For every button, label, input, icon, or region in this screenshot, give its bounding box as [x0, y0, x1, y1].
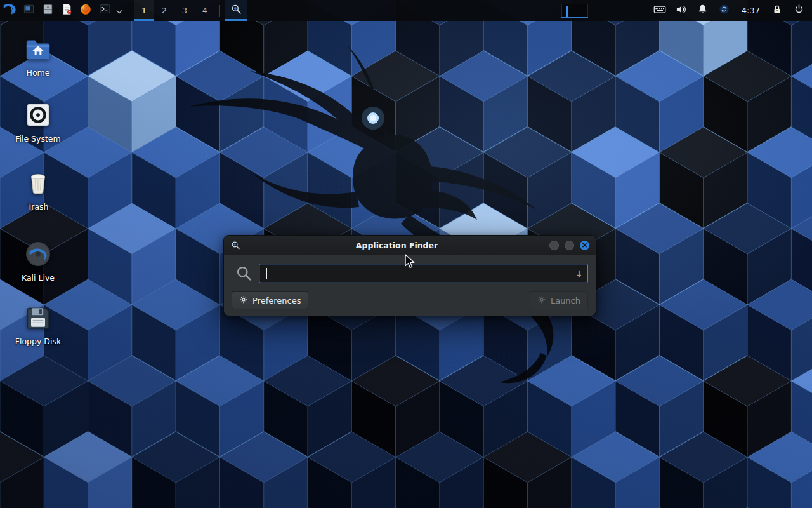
workspace-button-3[interactable]: 3 — [174, 0, 195, 21]
window-icon — [23, 3, 35, 18]
top-panel: 1 2 3 4 — [0, 0, 812, 21]
desktop: 1 2 3 4 — [0, 0, 812, 508]
desktop-icon-label: File System — [15, 134, 61, 144]
workspace-button-4[interactable]: 4 — [195, 0, 215, 21]
application-finder-window: Application Finder × ↓ — [223, 235, 596, 316]
search-icon — [235, 265, 252, 282]
desktop-icon-label: Home — [27, 68, 50, 77]
home-folder-icon — [23, 33, 53, 65]
window-title: Application Finder — [244, 241, 549, 250]
workspace-button-1[interactable]: 1 — [134, 0, 154, 21]
terminal-icon — [99, 3, 111, 18]
desktop-icon-file-system[interactable]: File System — [10, 99, 66, 144]
clock[interactable]: 4:37 — [735, 6, 766, 15]
preferences-label: Preferences — [252, 296, 301, 305]
kali-live-disc-icon — [23, 238, 53, 270]
firefox-icon — [79, 3, 92, 18]
log-out-button[interactable] — [788, 0, 809, 21]
keyboard-layout-indicator[interactable] — [649, 0, 671, 21]
taskbar-application-finder[interactable] — [225, 0, 247, 21]
terminal-dropdown-button[interactable] — [114, 0, 124, 21]
sync-status-icon — [718, 3, 730, 18]
launch-label: Launch — [551, 296, 580, 305]
speaker-icon — [675, 3, 688, 18]
panel-separator — [129, 5, 129, 17]
launch-gear-icon — [537, 295, 546, 306]
notifications-button[interactable] — [692, 0, 714, 21]
desktop-icon-label: Kali Live — [22, 273, 55, 283]
sync-status-indicator[interactable] — [714, 0, 735, 21]
keyboard-icon — [653, 3, 666, 18]
chevron-down-icon — [116, 4, 122, 17]
preferences-button[interactable]: Preferences — [232, 291, 308, 309]
kali-menu-button[interactable] — [0, 0, 19, 21]
power-icon — [793, 3, 805, 18]
desktop-icon-home[interactable]: Home — [10, 33, 66, 77]
magnifier-icon — [230, 3, 242, 18]
desktop-icon-trash[interactable]: Trash — [10, 167, 66, 211]
minimize-button[interactable] — [549, 241, 559, 250]
app-finder-icon — [230, 240, 244, 251]
lock-screen-button[interactable] — [766, 0, 788, 21]
lock-icon — [771, 4, 783, 18]
close-button[interactable]: × — [580, 241, 589, 250]
window-body: ↓ Preferences — [224, 255, 596, 316]
launch-button[interactable]: Launch — [530, 291, 588, 309]
bell-icon — [697, 3, 709, 18]
file-cabinet-icon — [42, 3, 54, 18]
trash-can-icon — [24, 167, 52, 199]
desktop-icon-label: Floppy Disk — [15, 337, 61, 346]
kali-logo-icon — [3, 2, 17, 19]
desktop-icon-label: Trash — [27, 202, 48, 211]
dropdown-arrow-icon[interactable]: ↓ — [575, 269, 583, 279]
document-icon — [61, 3, 73, 18]
maximize-button[interactable] — [565, 241, 574, 250]
file-system-drive-icon — [23, 99, 53, 131]
search-entry: ↓ — [259, 264, 588, 283]
firefox-launcher[interactable] — [76, 0, 95, 21]
panel-separator — [219, 5, 220, 17]
titlebar[interactable]: Application Finder × — [224, 236, 596, 255]
text-caret — [266, 268, 267, 279]
desktop-icon-floppy-disk[interactable]: Floppy Disk — [10, 302, 66, 346]
search-input[interactable] — [259, 264, 588, 283]
text-editor-launcher[interactable] — [57, 0, 76, 21]
gear-icon — [239, 295, 248, 306]
terminal-launcher[interactable] — [95, 0, 114, 21]
workspace-button-2[interactable]: 2 — [154, 0, 174, 21]
show-desktop-launcher[interactable] — [19, 0, 38, 21]
desktop-icon-kali-live[interactable]: Kali Live — [10, 238, 66, 283]
file-manager-launcher[interactable] — [38, 0, 57, 21]
floppy-disk-icon — [24, 302, 52, 333]
cpu-graph[interactable] — [561, 4, 588, 18]
volume-control[interactable] — [671, 0, 692, 21]
